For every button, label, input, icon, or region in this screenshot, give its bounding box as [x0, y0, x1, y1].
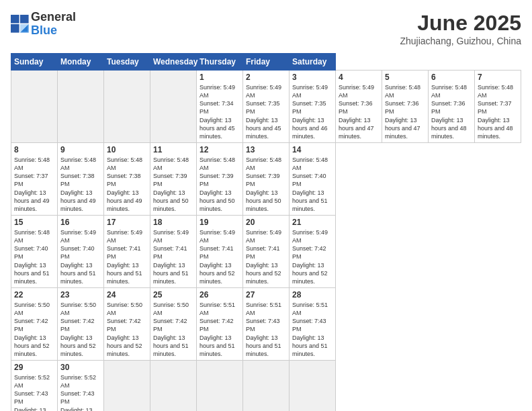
- weekday-header: Wednesday: [150, 54, 197, 71]
- weekday-header: Monday: [58, 54, 104, 71]
- logo-blue: Blue: [31, 24, 76, 38]
- day-number: 20: [246, 218, 286, 227]
- day-info: Sunrise: 5:48 AMSunset: 7:40 PMDaylight:…: [292, 156, 332, 213]
- day-info: Sunrise: 5:49 AMSunset: 7:35 PMDaylight:…: [292, 83, 332, 140]
- weekday-header: Tuesday: [104, 54, 150, 71]
- calendar-row: 29Sunrise: 5:52 AMSunset: 7:43 PMDayligh…: [11, 360, 521, 411]
- weekday-header: Friday: [243, 54, 290, 71]
- calendar-row: 22Sunrise: 5:50 AMSunset: 7:42 PMDayligh…: [11, 287, 521, 360]
- day-number: 14: [292, 145, 332, 154]
- calendar-cell: 6Sunrise: 5:48 AMSunset: 7:36 PMDaylight…: [429, 71, 475, 143]
- day-number: 25: [153, 290, 193, 300]
- calendar-cell: 20Sunrise: 5:49 AMSunset: 7:41 PMDayligh…: [243, 215, 290, 287]
- location: Zhujiachang, Guizhou, China: [400, 36, 521, 46]
- day-info: Sunrise: 5:52 AMSunset: 7:43 PMDaylight:…: [60, 373, 101, 411]
- svg-rect-0: [11, 15, 19, 24]
- day-info: Sunrise: 5:49 AMSunset: 7:41 PMDaylight:…: [246, 228, 286, 285]
- day-info: Sunrise: 5:49 AMSunset: 7:40 PMDaylight:…: [60, 228, 101, 285]
- day-number: 15: [14, 218, 54, 227]
- logo-icon: [11, 15, 30, 34]
- calendar-cell: [243, 360, 290, 411]
- title-block: June 2025 Zhujiachang, Guizhou, China: [400, 11, 521, 46]
- day-number: 3: [292, 73, 332, 82]
- empty-cell: [11, 71, 58, 143]
- day-number: 7: [478, 73, 518, 82]
- day-number: 24: [107, 290, 147, 300]
- calendar-cell: 10Sunrise: 5:48 AMSunset: 7:38 PMDayligh…: [104, 142, 150, 215]
- day-number: 28: [292, 290, 332, 300]
- day-info: Sunrise: 5:50 AMSunset: 7:42 PMDaylight:…: [107, 301, 147, 358]
- day-number: 12: [200, 145, 240, 154]
- day-info: Sunrise: 5:49 AMSunset: 7:41 PMDaylight:…: [153, 228, 193, 285]
- day-info: Sunrise: 5:51 AMSunset: 7:43 PMDaylight:…: [246, 301, 286, 358]
- empty-cell: [104, 71, 150, 143]
- calendar-cell: 26Sunrise: 5:51 AMSunset: 7:42 PMDayligh…: [197, 287, 243, 360]
- day-number: 1: [200, 73, 240, 82]
- calendar-cell: 17Sunrise: 5:49 AMSunset: 7:41 PMDayligh…: [104, 215, 150, 287]
- svg-rect-1: [20, 15, 29, 24]
- day-info: Sunrise: 5:48 AMSunset: 7:37 PMDaylight:…: [478, 83, 518, 140]
- day-number: 11: [153, 145, 193, 154]
- calendar-cell: 9Sunrise: 5:48 AMSunset: 7:38 PMDaylight…: [58, 142, 104, 215]
- calendar-cell: 15Sunrise: 5:48 AMSunset: 7:40 PMDayligh…: [11, 215, 58, 287]
- weekday-header: Thursday: [197, 54, 243, 71]
- logo-text: General Blue: [31, 11, 76, 38]
- day-info: Sunrise: 5:52 AMSunset: 7:43 PMDaylight:…: [14, 373, 54, 411]
- day-info: Sunrise: 5:49 AMSunset: 7:35 PMDaylight:…: [246, 83, 286, 140]
- calendar-cell: 25Sunrise: 5:50 AMSunset: 7:42 PMDayligh…: [150, 287, 197, 360]
- day-number: 9: [60, 145, 101, 154]
- calendar-cell: 21Sunrise: 5:49 AMSunset: 7:42 PMDayligh…: [290, 215, 336, 287]
- calendar-cell: 12Sunrise: 5:48 AMSunset: 7:39 PMDayligh…: [197, 142, 243, 215]
- day-number: 17: [107, 218, 147, 227]
- day-info: Sunrise: 5:49 AMSunset: 7:42 PMDaylight:…: [292, 228, 332, 285]
- calendar-cell: 14Sunrise: 5:48 AMSunset: 7:40 PMDayligh…: [290, 142, 336, 215]
- day-number: 16: [60, 218, 101, 227]
- day-number: 27: [246, 290, 286, 300]
- day-number: 30: [60, 363, 101, 372]
- day-number: 29: [14, 363, 54, 372]
- logo-general: General: [31, 11, 76, 24]
- day-number: 5: [385, 73, 425, 82]
- calendar-cell: 11Sunrise: 5:48 AMSunset: 7:39 PMDayligh…: [150, 142, 197, 215]
- header: General Blue June 2025 Zhujiachang, Guiz…: [11, 11, 521, 46]
- calendar-cell: 3Sunrise: 5:49 AMSunset: 7:35 PMDaylight…: [290, 71, 336, 143]
- calendar-cell: 8Sunrise: 5:48 AMSunset: 7:37 PMDaylight…: [11, 142, 58, 215]
- day-number: 10: [107, 145, 147, 154]
- weekday-header: Saturday: [290, 54, 336, 71]
- day-info: Sunrise: 5:49 AMSunset: 7:41 PMDaylight:…: [200, 228, 240, 285]
- calendar-cell: [104, 360, 150, 411]
- calendar-cell: 5Sunrise: 5:48 AMSunset: 7:36 PMDaylight…: [382, 71, 429, 143]
- day-number: 13: [246, 145, 286, 154]
- calendar-cell: 27Sunrise: 5:51 AMSunset: 7:43 PMDayligh…: [243, 287, 290, 360]
- day-number: 18: [153, 218, 193, 227]
- calendar-cell: 4Sunrise: 5:49 AMSunset: 7:36 PMDaylight…: [336, 71, 382, 143]
- calendar-cell: 28Sunrise: 5:51 AMSunset: 7:43 PMDayligh…: [290, 287, 336, 360]
- calendar-cell: 13Sunrise: 5:48 AMSunset: 7:39 PMDayligh…: [243, 142, 290, 215]
- day-number: 8: [14, 145, 54, 154]
- calendar-cell: [197, 360, 243, 411]
- day-info: Sunrise: 5:51 AMSunset: 7:42 PMDaylight:…: [200, 301, 240, 358]
- svg-rect-2: [11, 24, 19, 33]
- calendar-cell: 29Sunrise: 5:52 AMSunset: 7:43 PMDayligh…: [11, 360, 58, 411]
- day-number: 26: [200, 290, 240, 300]
- calendar-cell: 22Sunrise: 5:50 AMSunset: 7:42 PMDayligh…: [11, 287, 58, 360]
- calendar-row: 1Sunrise: 5:49 AMSunset: 7:34 PMDaylight…: [11, 71, 521, 143]
- day-number: 21: [292, 218, 332, 227]
- calendar-cell: 2Sunrise: 5:49 AMSunset: 7:35 PMDaylight…: [243, 71, 290, 143]
- calendar-cell: 7Sunrise: 5:48 AMSunset: 7:37 PMDaylight…: [475, 71, 521, 143]
- day-info: Sunrise: 5:49 AMSunset: 7:34 PMDaylight:…: [200, 83, 240, 140]
- page-container: General Blue June 2025 Zhujiachang, Guiz…: [0, 0, 532, 411]
- empty-cell: [58, 71, 104, 143]
- logo: General Blue: [11, 11, 76, 38]
- calendar-cell: 1Sunrise: 5:49 AMSunset: 7:34 PMDaylight…: [197, 71, 243, 143]
- day-info: Sunrise: 5:50 AMSunset: 7:42 PMDaylight:…: [153, 301, 193, 358]
- day-info: Sunrise: 5:48 AMSunset: 7:40 PMDaylight:…: [14, 228, 54, 285]
- day-number: 2: [246, 73, 286, 82]
- day-info: Sunrise: 5:50 AMSunset: 7:42 PMDaylight:…: [14, 301, 54, 358]
- calendar-cell: 16Sunrise: 5:49 AMSunset: 7:40 PMDayligh…: [58, 215, 104, 287]
- empty-cell: [150, 71, 197, 143]
- day-info: Sunrise: 5:51 AMSunset: 7:43 PMDaylight:…: [292, 301, 332, 358]
- calendar-cell: 19Sunrise: 5:49 AMSunset: 7:41 PMDayligh…: [197, 215, 243, 287]
- day-info: Sunrise: 5:48 AMSunset: 7:39 PMDaylight:…: [153, 156, 193, 213]
- day-info: Sunrise: 5:48 AMSunset: 7:38 PMDaylight:…: [107, 156, 147, 213]
